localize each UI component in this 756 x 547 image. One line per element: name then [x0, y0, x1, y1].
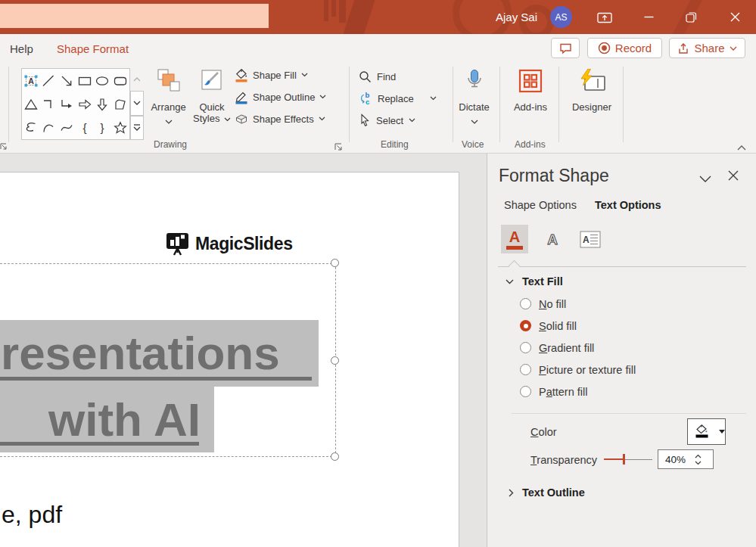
radio-icon[interactable] [520, 364, 531, 375]
transparency-value-input[interactable] [658, 454, 692, 465]
tab-shape-options[interactable]: Shape Options [504, 199, 577, 211]
shape-fill-label: Shape Fill [253, 70, 297, 81]
gallery-more-button[interactable] [130, 116, 144, 140]
curve-shape-icon[interactable] [58, 116, 76, 139]
chevron-down-icon [133, 101, 141, 105]
user-name: Ajay Sai [496, 11, 537, 23]
replace-button[interactable]: bc Replace [359, 89, 442, 107]
record-button[interactable]: Record [587, 38, 662, 58]
title-underline [0, 377, 312, 381]
tab-text-options[interactable]: Text Options [595, 199, 661, 211]
radio-icon[interactable] [520, 386, 531, 397]
slide-canvas[interactable]: MagicSlides resentations with AI e, pdf [0, 172, 459, 547]
text-fill-section-header[interactable]: Text Fill [506, 275, 563, 287]
section-divider [512, 413, 746, 414]
comment-icon [559, 42, 572, 54]
rounded-rectangle-shape-icon[interactable] [111, 69, 129, 92]
radio-icon[interactable] [520, 298, 531, 309]
shape-effects-button[interactable]: Shape Effects [235, 110, 348, 128]
select-button[interactable]: Select [359, 111, 415, 129]
chevron-down-icon [301, 73, 308, 77]
group-divider [453, 67, 453, 142]
selection-handle-bottom-right[interactable] [331, 452, 339, 461]
tab-help[interactable]: Help [10, 42, 33, 55]
shape-fill-button[interactable]: Shape Fill [235, 66, 348, 84]
radio-option-picture-or-texture-fill[interactable]: Picture or texture fill [520, 359, 636, 381]
arrow-shape-icon[interactable] [58, 69, 76, 92]
selection-handle-middle-right[interactable] [331, 356, 339, 365]
user-avatar[interactable]: AS [550, 6, 572, 28]
find-button[interactable]: Find [359, 67, 396, 85]
pane-close-button[interactable] [728, 170, 739, 184]
ribbon-display-options-button[interactable] [587, 0, 622, 34]
spin-down-icon[interactable] [695, 461, 702, 465]
shape-gallery-scroll [130, 68, 144, 140]
add-ins-button[interactable]: Add-ins [509, 67, 552, 142]
record-label: Record [615, 42, 652, 54]
gallery-scroll-down-button[interactable] [130, 91, 144, 115]
elbow-connector-shape-icon[interactable] [40, 92, 58, 116]
arrow-right-shape-icon[interactable] [76, 92, 94, 116]
close-button[interactable] [717, 0, 752, 34]
radio-option-solid-fill[interactable]: Solid fill [520, 315, 636, 337]
spin-up-icon[interactable] [695, 454, 702, 458]
triangle-shape-icon[interactable] [22, 92, 40, 116]
radio-icon[interactable] [520, 320, 531, 331]
right-brace-shape-icon[interactable]: } [94, 116, 112, 139]
drawing-dialog-launcher-icon[interactable] [334, 140, 342, 154]
share-button[interactable]: Share [669, 38, 745, 58]
shape-outline-label: Shape Outline [253, 92, 315, 103]
left-brace-shape-icon[interactable]: { [76, 116, 94, 139]
transparency-slider[interactable] [604, 452, 652, 466]
svg-text:A: A [28, 76, 34, 85]
voice-group-label: Voice [462, 139, 484, 150]
line-shape-icon[interactable] [40, 69, 58, 92]
shape-outline-button[interactable]: Shape Outline [235, 88, 348, 106]
arrange-button[interactable]: Arrange [148, 67, 188, 142]
font-color-bucket-icon [693, 424, 715, 440]
scribble-shape-icon[interactable] [22, 116, 40, 139]
arc-shape-icon[interactable] [40, 116, 58, 139]
dictate-button[interactable]: Dictate [454, 67, 494, 142]
radio-option-gradient-fill[interactable]: Gradient fill [520, 337, 636, 359]
section-divider [498, 266, 746, 267]
designer-button[interactable]: Designer [566, 67, 618, 142]
pane-title: Format Shape [499, 166, 609, 186]
close-icon [730, 12, 740, 22]
radio-icon[interactable] [520, 342, 531, 353]
text-effects-button[interactable]: A [539, 225, 566, 253]
arrow-down-shape-icon[interactable] [94, 92, 112, 116]
comments-button[interactable] [551, 38, 580, 58]
selection-handle-top-right[interactable] [331, 259, 339, 267]
ribbon-tab-row: Help Shape Format Record Share [0, 34, 756, 63]
gallery-scroll-up-button[interactable] [130, 68, 144, 91]
color-picker-button[interactable] [687, 418, 726, 445]
decorative-stripe [324, 0, 328, 21]
text-box-shape-icon[interactable]: A [22, 69, 40, 92]
replace-label: Replace [378, 93, 414, 104]
star-shape-icon[interactable] [111, 116, 129, 139]
rectangle-shape-icon[interactable] [76, 69, 94, 92]
text-outline-section-header[interactable]: Text Outline [509, 486, 585, 499]
pane-collapse-button[interactable] [699, 172, 711, 185]
dialog-launcher-icon[interactable] [0, 140, 7, 154]
slider-thumb[interactable] [623, 454, 625, 465]
collapse-ribbon-button[interactable] [737, 140, 746, 154]
oval-shape-icon[interactable] [94, 69, 112, 92]
textbox-options-button[interactable]: A [577, 225, 604, 253]
text-fill-outline-button[interactable]: A [501, 225, 528, 253]
slide-body-text[interactable]: e, pdf [2, 501, 62, 529]
radio-option-pattern-fill[interactable]: Pattern fill [520, 381, 636, 402]
radio-option-no-fill[interactable]: No fill [520, 293, 636, 315]
restore-icon [686, 11, 697, 23]
svg-text:A: A [583, 235, 590, 245]
editing-group-label: Editing [381, 139, 409, 150]
freeform-shape-shape-icon[interactable] [111, 92, 129, 116]
minimize-button[interactable] [631, 0, 666, 34]
restore-button[interactable] [674, 0, 708, 34]
quick-styles-button[interactable]: Quick Styles [191, 67, 233, 142]
tab-shape-format[interactable]: Shape Format [57, 42, 129, 55]
replace-icon: bc [359, 92, 372, 105]
find-label: Find [377, 71, 396, 82]
elbow-arrow-connector-shape-icon[interactable] [58, 92, 76, 116]
